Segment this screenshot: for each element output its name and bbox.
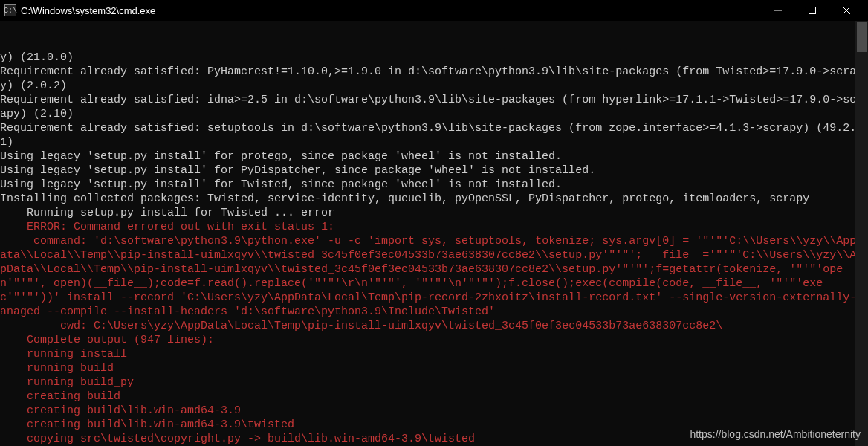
scrollbar[interactable]: [855, 21, 868, 446]
terminal-line: Installing collected packages: Twisted, …: [0, 192, 868, 206]
minimize-button[interactable]: [761, 0, 795, 21]
window-controls: [761, 0, 864, 21]
svg-rect-1: [809, 7, 816, 14]
terminal-line: Requirement already satisfied: PyHamcres…: [0, 65, 868, 93]
terminal-output[interactable]: y) (21.0.0)Requirement already satisfied…: [0, 21, 868, 446]
terminal-line: Using legacy 'setup.py install' for PyDi…: [0, 164, 868, 178]
cmd-icon: C:\: [4, 4, 16, 16]
terminal-line: running build: [0, 361, 868, 375]
scrollbar-thumb[interactable]: [857, 22, 867, 52]
titlebar[interactable]: C:\ C:\Windows\system32\cmd.exe: [0, 0, 868, 21]
terminal-line: Using legacy 'setup.py install' for prot…: [0, 149, 868, 164]
watermark: https://blog.csdn.net/Ambitioneternity: [690, 427, 861, 442]
window-title: C:\Windows\system32\cmd.exe: [21, 5, 761, 16]
terminal-line: Requirement already satisfied: setuptool…: [0, 121, 868, 149]
maximize-button[interactable]: [795, 0, 829, 21]
terminal-line: Requirement already satisfied: idna>=2.5…: [0, 93, 868, 121]
terminal-line: Running setup.py install for Twisted ...…: [0, 206, 868, 220]
terminal-line: creating build: [0, 390, 868, 404]
terminal-line: ERROR: Command errored out with exit sta…: [0, 220, 868, 234]
terminal-line: running install: [0, 347, 868, 361]
terminal-line: cwd: C:\Users\yzy\AppData\Local\Temp\pip…: [0, 319, 868, 333]
maximize-icon: [809, 7, 816, 14]
terminal-line: y) (21.0.0): [0, 51, 868, 65]
close-icon: [843, 7, 850, 14]
terminal-line: Using legacy 'setup.py install' for Twis…: [0, 178, 868, 192]
terminal-line: command: 'd:\software\python3.9\python.e…: [0, 234, 868, 319]
terminal-line: Complete output (947 lines):: [0, 333, 868, 347]
terminal-line: creating build\lib.win-amd64-3.9: [0, 404, 868, 418]
minimize-icon: [774, 7, 782, 14]
terminal-line: running build_py: [0, 375, 868, 390]
close-button[interactable]: [829, 0, 864, 21]
